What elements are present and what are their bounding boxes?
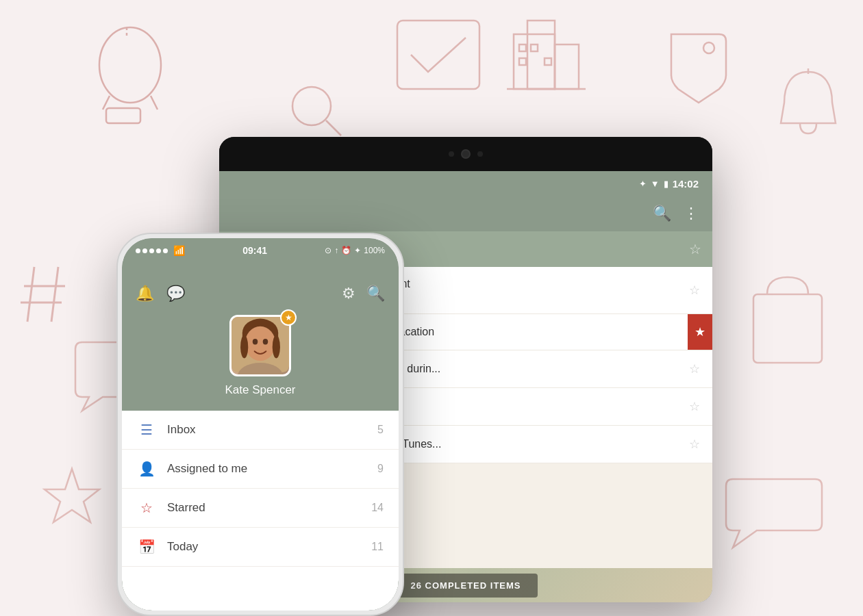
menu-label-today: Today [167, 540, 360, 554]
svg-rect-14 [519, 58, 526, 65]
svg-marker-21 [45, 469, 99, 522]
menu-count-starred: 14 [371, 502, 384, 514]
svg-line-6 [326, 120, 341, 136]
phone-menu: ☰ Inbox 5 👤 Assigned to me 9 ☆ Starred 1… [122, 411, 399, 611]
task-star-icon[interactable]: ☆ [689, 361, 700, 376]
phone-screen: 📶 09:41 ⊙ ↑ ⏰ ✦ 100% 🔔 💬 [122, 238, 399, 611]
search-icon[interactable]: 🔍 [366, 285, 385, 303]
starred-icon: ☆ [137, 498, 156, 517]
svg-line-1 [103, 96, 110, 110]
svg-rect-22 [753, 294, 822, 363]
task-star-icon[interactable]: ☆ [689, 437, 700, 452]
avatar-badge: ★ [280, 309, 297, 326]
svg-line-17 [27, 267, 34, 322]
tablet-front-camera [461, 149, 471, 159]
tablet-time: 14:02 [673, 178, 699, 190]
add-item-star-icon[interactable]: ☆ [689, 241, 701, 257]
svg-point-29 [263, 339, 268, 344]
svg-rect-10 [555, 44, 579, 89]
bluetooth-small-icon: ✦ [354, 246, 361, 255]
phone-header: 🔔 💬 ⚙ 🔍 [122, 279, 399, 308]
menu-count-inbox: 5 [377, 424, 384, 436]
phone-time: 09:41 [242, 245, 267, 256]
battery-icon: ▮ [664, 179, 668, 189]
phone-inner: 📶 09:41 ⊙ ↑ ⏰ ✦ 100% 🔔 💬 [122, 238, 399, 611]
menu-count-assigned: 9 [377, 463, 384, 475]
svg-point-16 [703, 42, 714, 53]
settings-icon[interactable]: ⚙ [342, 285, 355, 303]
battery-text: 100% [364, 246, 385, 255]
phone-notch-area: 📶 09:41 ⊙ ↑ ⏰ ✦ 100% [122, 238, 399, 279]
svg-rect-13 [531, 44, 538, 51]
profile-name: Kate Spencer [225, 383, 295, 397]
inbox-icon: ☰ [137, 420, 156, 439]
menu-item-inbox[interactable]: ☰ Inbox 5 [122, 411, 399, 450]
svg-line-2 [151, 96, 158, 110]
bell-icon[interactable]: 🔔 [136, 285, 154, 303]
today-icon: 📅 [137, 537, 156, 556]
arrow-small-icon: ↑ [334, 246, 338, 255]
menu-count-today: 11 [371, 541, 384, 553]
tablet-sensor [477, 151, 483, 157]
completed-items-button[interactable]: 26 COMPLETED ITEMS [394, 574, 537, 598]
svg-rect-15 [545, 58, 551, 65]
chat-icon[interactable]: 💬 [166, 285, 185, 303]
svg-rect-9 [527, 21, 555, 89]
svg-rect-3 [106, 108, 140, 123]
svg-rect-12 [519, 44, 526, 51]
tablet-camera-bar [219, 137, 712, 171]
badge-star-icon: ★ [285, 313, 292, 322]
search-icon[interactable]: 🔍 [653, 205, 671, 222]
task-star-icon[interactable]: ☆ [689, 399, 700, 414]
menu-label-starred: Starred [167, 501, 360, 515]
svg-line-18 [51, 267, 58, 322]
menu-item-assigned[interactable]: 👤 Assigned to me 9 [122, 450, 399, 489]
menu-label-assigned: Assigned to me [167, 462, 366, 476]
avatar-wrapper: ★ [229, 315, 291, 376]
header-right-icons: ⚙ 🔍 [342, 285, 385, 303]
svg-point-5 [292, 87, 331, 125]
task-star-icon[interactable]: ☆ [689, 283, 700, 298]
svg-point-30 [240, 335, 248, 359]
svg-rect-8 [514, 34, 555, 89]
tablet-camera [449, 151, 454, 157]
avatar[interactable] [229, 315, 291, 376]
phone-device: 📶 09:41 ⊙ ↑ ⏰ ✦ 100% 🔔 💬 [116, 233, 404, 616]
tablet-status-bar: ✦ ▼ ▮ 14:02 [219, 171, 712, 196]
svg-point-28 [253, 339, 258, 344]
phone-status-bar: 📶 09:41 ⊙ ↑ ⏰ ✦ 100% [122, 245, 399, 256]
svg-rect-7 [397, 21, 479, 89]
header-left-icons: 🔔 💬 [136, 285, 185, 303]
wifi-icon: ▼ [651, 179, 660, 189]
signal-dots [136, 248, 168, 253]
tablet-toolbar: 🔍 ⋮ [219, 196, 712, 231]
more-options-icon[interactable]: ⋮ [684, 205, 699, 222]
menu-item-starred[interactable]: ☆ Starred 14 [122, 489, 399, 528]
bluetooth-icon: ✦ [639, 179, 647, 189]
urgent-star-icon: ★ [695, 324, 705, 339]
svg-point-31 [273, 335, 280, 359]
alarm-small-icon: ⏰ [341, 246, 351, 255]
menu-item-today[interactable]: 📅 Today 11 [122, 528, 399, 567]
menu-label-inbox: Inbox [167, 423, 366, 437]
star-badge: ★ [688, 314, 712, 350]
phone-battery-area: ⊙ ↑ ⏰ ✦ 100% [325, 246, 385, 255]
phone-wifi-icon: 📶 [173, 245, 185, 256]
assigned-icon: 👤 [137, 459, 156, 478]
tablet-status-icons: ✦ ▼ ▮ 14:02 [639, 178, 699, 190]
svg-point-0 [99, 27, 161, 103]
settings-small-icon: ⊙ [325, 246, 332, 255]
phone-profile-section: ★ Kate Spencer [122, 308, 399, 411]
svg-point-27 [245, 326, 276, 361]
